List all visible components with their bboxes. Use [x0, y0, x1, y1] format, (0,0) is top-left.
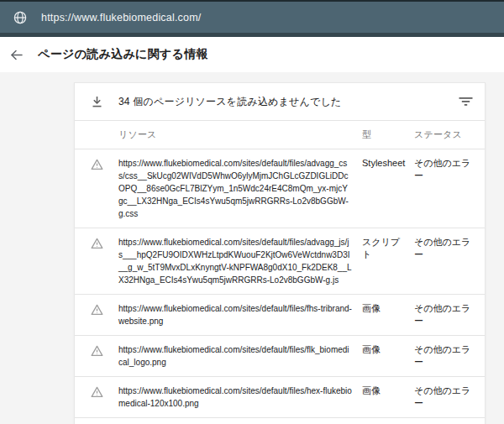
table-row: https://www.flukebiomedical.com/sites/de… — [75, 228, 485, 295]
resource-type: スクリプト — [362, 236, 414, 286]
filter-list-icon[interactable] — [459, 97, 485, 107]
title-bar: ページの読み込みに関する情報 — [0, 37, 504, 72]
resource-status: その他のエラー — [414, 385, 481, 410]
address-url[interactable]: https://www.flukebiomedical.com/ — [41, 12, 202, 24]
url-bar: https://www.flukebiomedical.com/ — [0, 0, 504, 37]
column-header-type: 型 — [362, 128, 414, 141]
resource-type: 画像 — [362, 302, 414, 327]
warning-triangle-icon — [75, 302, 118, 327]
page-title: ページの読み込みに関する情報 — [38, 47, 208, 62]
resource-url: https://www.flukebiomedical.com/sites/de… — [118, 385, 362, 410]
resource-error-panel: 34 個のページリソースを読み込めませんでした リソース 型 ステータス — [74, 82, 486, 424]
resource-status: その他のエラー — [414, 157, 481, 220]
table-row: https://www.flukebiomedical.com/sites/de… — [75, 295, 485, 336]
warning-triangle-icon — [75, 157, 118, 220]
summary-text: 34 個のページリソースを読み込めませんでした — [118, 95, 459, 109]
table-row: https://www.flukebiomedical.com/sites/de… — [75, 149, 485, 228]
resource-type: 画像 — [362, 343, 414, 369]
resource-url: https://www.flukebiomedical.com/sites/de… — [118, 236, 362, 286]
resource-status: その他のエラー — [414, 302, 481, 327]
content-area: 34 個のページリソースを読み込めませんでした リソース 型 ステータス — [0, 82, 504, 424]
table-row: https://www.flukebiomedical.com/sites/de… — [75, 418, 485, 424]
resource-type: 画像 — [362, 385, 414, 410]
back-arrow-icon[interactable] — [9, 48, 24, 62]
resource-url: https://www.flukebiomedical.com/sites/de… — [118, 302, 362, 327]
resource-type: Stylesheet — [362, 157, 414, 220]
download-icon — [75, 96, 118, 108]
resource-url: https://www.flukebiomedical.com/sites/de… — [118, 343, 362, 369]
resource-rows: https://www.flukebiomedical.com/sites/de… — [75, 149, 485, 424]
table-row: https://www.flukebiomedical.com/sites/de… — [75, 336, 485, 377]
resource-status: その他のエラー — [414, 343, 481, 369]
table-header-row: リソース 型 ステータス — [75, 121, 485, 149]
column-header-resource: リソース — [118, 128, 362, 141]
resource-status: その他のエラー — [414, 236, 481, 286]
warning-triangle-icon — [75, 385, 118, 410]
warning-triangle-icon — [75, 343, 118, 369]
column-header-status: ステータス — [414, 128, 485, 141]
summary-row: 34 個のページリソースを読み込めませんでした — [75, 83, 485, 121]
warning-triangle-icon — [75, 236, 118, 286]
globe-icon — [13, 11, 27, 24]
table-row: https://www.flukebiomedical.com/sites/de… — [75, 377, 485, 418]
resource-url: https://www.flukebiomedical.com/sites/de… — [118, 157, 362, 220]
